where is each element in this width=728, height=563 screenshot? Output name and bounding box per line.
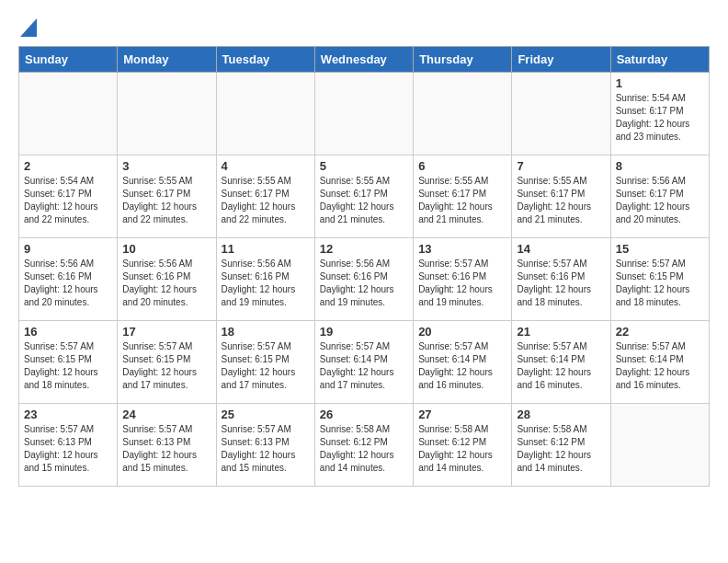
calendar-week-row: 2Sunrise: 5:54 AM Sunset: 6:17 PM Daylig… xyxy=(19,155,710,238)
day-info: Sunrise: 5:57 AM Sunset: 6:15 PM Dayligh… xyxy=(24,340,112,392)
day-number: 20 xyxy=(418,325,506,339)
day-number: 27 xyxy=(418,408,506,421)
calendar-cell: 12Sunrise: 5:56 AM Sunset: 6:16 PM Dayli… xyxy=(314,238,413,321)
day-number: 5 xyxy=(320,159,408,173)
day-info: Sunrise: 5:58 AM Sunset: 6:12 PM Dayligh… xyxy=(418,423,506,475)
day-number: 21 xyxy=(517,325,605,339)
weekday-header-monday: Monday xyxy=(118,47,216,73)
day-number: 8 xyxy=(616,159,704,173)
calendar-week-row: 1Sunrise: 5:54 AM Sunset: 6:17 PM Daylig… xyxy=(19,73,710,155)
weekday-header-saturday: Saturday xyxy=(610,47,709,73)
calendar-cell: 19Sunrise: 5:57 AM Sunset: 6:14 PM Dayli… xyxy=(314,321,413,404)
calendar-cell: 6Sunrise: 5:55 AM Sunset: 6:17 PM Daylig… xyxy=(414,155,512,238)
calendar-cell: 22Sunrise: 5:57 AM Sunset: 6:14 PM Dayli… xyxy=(610,321,709,404)
weekday-header-wednesday: Wednesday xyxy=(314,47,413,73)
calendar-table: SundayMondayTuesdayWednesdayThursdayFrid… xyxy=(18,46,710,487)
calendar-cell: 8Sunrise: 5:56 AM Sunset: 6:17 PM Daylig… xyxy=(610,155,709,238)
calendar-cell: 10Sunrise: 5:56 AM Sunset: 6:16 PM Dayli… xyxy=(118,238,216,321)
day-info: Sunrise: 5:56 AM Sunset: 6:16 PM Dayligh… xyxy=(222,258,310,309)
day-number: 28 xyxy=(517,408,605,421)
calendar-cell: 9Sunrise: 5:56 AM Sunset: 6:16 PM Daylig… xyxy=(19,238,118,321)
day-number: 23 xyxy=(24,408,112,421)
day-number: 15 xyxy=(616,242,704,256)
day-info: Sunrise: 5:56 AM Sunset: 6:16 PM Dayligh… xyxy=(122,258,210,309)
calendar-header-row: SundayMondayTuesdayWednesdayThursdayFrid… xyxy=(19,47,710,73)
day-number: 10 xyxy=(122,242,210,256)
calendar-week-row: 23Sunrise: 5:57 AM Sunset: 6:13 PM Dayli… xyxy=(19,404,710,487)
calendar-cell: 14Sunrise: 5:57 AM Sunset: 6:16 PM Dayli… xyxy=(512,238,610,321)
calendar-cell xyxy=(118,73,216,155)
day-info: Sunrise: 5:55 AM Sunset: 6:17 PM Dayligh… xyxy=(122,175,210,226)
calendar-cell: 24Sunrise: 5:57 AM Sunset: 6:13 PM Dayli… xyxy=(118,404,216,487)
day-info: Sunrise: 5:57 AM Sunset: 6:14 PM Dayligh… xyxy=(616,340,704,392)
calendar-cell xyxy=(216,73,314,155)
day-number: 14 xyxy=(517,242,605,256)
day-info: Sunrise: 5:56 AM Sunset: 6:16 PM Dayligh… xyxy=(24,258,112,309)
day-number: 16 xyxy=(24,325,112,339)
day-number: 18 xyxy=(222,325,310,339)
calendar-cell: 11Sunrise: 5:56 AM Sunset: 6:16 PM Dayli… xyxy=(216,238,314,321)
svg-marker-0 xyxy=(20,18,37,37)
calendar-cell: 15Sunrise: 5:57 AM Sunset: 6:15 PM Dayli… xyxy=(610,238,709,321)
day-number: 3 xyxy=(122,159,210,173)
calendar-cell: 25Sunrise: 5:57 AM Sunset: 6:13 PM Dayli… xyxy=(216,404,314,487)
day-number: 13 xyxy=(418,242,506,256)
calendar-cell: 18Sunrise: 5:57 AM Sunset: 6:15 PM Dayli… xyxy=(216,321,314,404)
day-info: Sunrise: 5:57 AM Sunset: 6:14 PM Dayligh… xyxy=(320,340,408,392)
calendar-cell xyxy=(314,73,413,155)
day-number: 24 xyxy=(122,408,210,421)
calendar-cell xyxy=(414,73,512,155)
day-number: 17 xyxy=(122,325,210,339)
calendar-cell: 23Sunrise: 5:57 AM Sunset: 6:13 PM Dayli… xyxy=(19,404,118,487)
calendar-cell: 7Sunrise: 5:55 AM Sunset: 6:17 PM Daylig… xyxy=(512,155,610,238)
weekday-header-tuesday: Tuesday xyxy=(216,47,314,73)
day-info: Sunrise: 5:57 AM Sunset: 6:15 PM Dayligh… xyxy=(122,340,210,392)
logo-icon xyxy=(20,18,37,37)
day-info: Sunrise: 5:58 AM Sunset: 6:12 PM Dayligh… xyxy=(320,423,408,475)
day-info: Sunrise: 5:56 AM Sunset: 6:17 PM Dayligh… xyxy=(616,175,704,226)
calendar-cell: 27Sunrise: 5:58 AM Sunset: 6:12 PM Dayli… xyxy=(414,404,512,487)
calendar-cell: 5Sunrise: 5:55 AM Sunset: 6:17 PM Daylig… xyxy=(314,155,413,238)
calendar-cell: 26Sunrise: 5:58 AM Sunset: 6:12 PM Dayli… xyxy=(314,404,413,487)
calendar-week-row: 9Sunrise: 5:56 AM Sunset: 6:16 PM Daylig… xyxy=(19,238,710,321)
logo xyxy=(18,18,37,37)
calendar-cell xyxy=(610,404,709,487)
day-info: Sunrise: 5:57 AM Sunset: 6:13 PM Dayligh… xyxy=(222,423,310,475)
day-number: 6 xyxy=(418,159,506,173)
day-number: 26 xyxy=(320,408,408,421)
day-info: Sunrise: 5:55 AM Sunset: 6:17 PM Dayligh… xyxy=(320,175,408,226)
day-number: 7 xyxy=(517,159,605,173)
weekday-header-friday: Friday xyxy=(512,47,610,73)
day-info: Sunrise: 5:57 AM Sunset: 6:16 PM Dayligh… xyxy=(517,258,605,309)
calendar-cell: 16Sunrise: 5:57 AM Sunset: 6:15 PM Dayli… xyxy=(19,321,118,404)
calendar-cell: 3Sunrise: 5:55 AM Sunset: 6:17 PM Daylig… xyxy=(118,155,216,238)
calendar-cell: 21Sunrise: 5:57 AM Sunset: 6:14 PM Dayli… xyxy=(512,321,610,404)
calendar-cell: 2Sunrise: 5:54 AM Sunset: 6:17 PM Daylig… xyxy=(19,155,118,238)
weekday-header-sunday: Sunday xyxy=(19,47,118,73)
day-number: 11 xyxy=(222,242,310,256)
day-info: Sunrise: 5:57 AM Sunset: 6:15 PM Dayligh… xyxy=(222,340,310,392)
day-info: Sunrise: 5:54 AM Sunset: 6:17 PM Dayligh… xyxy=(616,92,704,144)
calendar-cell: 17Sunrise: 5:57 AM Sunset: 6:15 PM Dayli… xyxy=(118,321,216,404)
day-info: Sunrise: 5:55 AM Sunset: 6:17 PM Dayligh… xyxy=(222,175,310,226)
day-number: 25 xyxy=(222,408,310,421)
day-info: Sunrise: 5:57 AM Sunset: 6:14 PM Dayligh… xyxy=(517,340,605,392)
weekday-header-thursday: Thursday xyxy=(414,47,512,73)
calendar-cell: 28Sunrise: 5:58 AM Sunset: 6:12 PM Dayli… xyxy=(512,404,610,487)
day-info: Sunrise: 5:55 AM Sunset: 6:17 PM Dayligh… xyxy=(418,175,506,226)
calendar-cell xyxy=(512,73,610,155)
day-number: 19 xyxy=(320,325,408,339)
calendar-cell: 4Sunrise: 5:55 AM Sunset: 6:17 PM Daylig… xyxy=(216,155,314,238)
day-number: 2 xyxy=(24,159,112,173)
day-number: 12 xyxy=(320,242,408,256)
calendar-cell xyxy=(19,73,118,155)
day-info: Sunrise: 5:57 AM Sunset: 6:13 PM Dayligh… xyxy=(24,423,112,475)
calendar-cell: 20Sunrise: 5:57 AM Sunset: 6:14 PM Dayli… xyxy=(414,321,512,404)
day-info: Sunrise: 5:55 AM Sunset: 6:17 PM Dayligh… xyxy=(517,175,605,226)
calendar-cell: 1Sunrise: 5:54 AM Sunset: 6:17 PM Daylig… xyxy=(610,73,709,155)
day-info: Sunrise: 5:57 AM Sunset: 6:16 PM Dayligh… xyxy=(418,258,506,309)
calendar-week-row: 16Sunrise: 5:57 AM Sunset: 6:15 PM Dayli… xyxy=(19,321,710,404)
page-header xyxy=(18,18,710,37)
day-info: Sunrise: 5:57 AM Sunset: 6:13 PM Dayligh… xyxy=(122,423,210,475)
day-info: Sunrise: 5:58 AM Sunset: 6:12 PM Dayligh… xyxy=(517,423,605,475)
